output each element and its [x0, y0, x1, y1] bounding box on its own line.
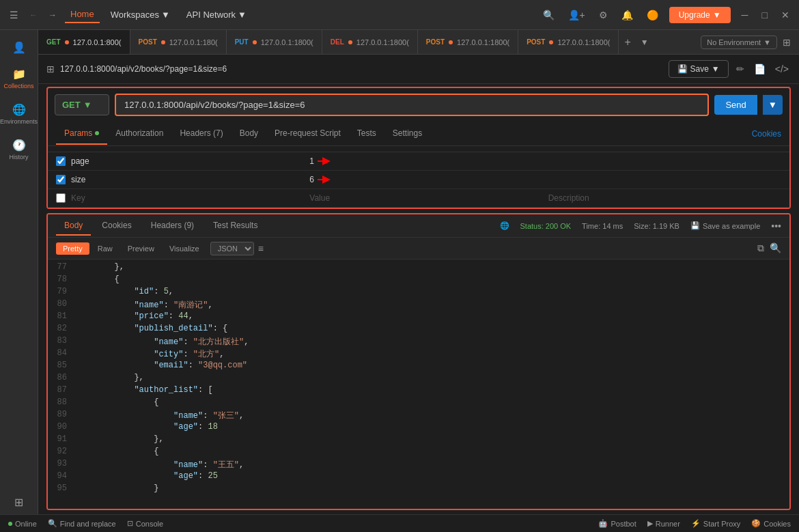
sidebar: 👤 📁 Collections 🌐 Environments 🕐 History…	[0, 30, 38, 514]
settings-icon[interactable]: ⚙	[596, 7, 611, 23]
copy-icon[interactable]: ⧉	[757, 242, 764, 254]
tab-del[interactable]: DEL 127.0.0.1:1800(	[322, 30, 418, 54]
close-icon[interactable]: ✕	[779, 7, 792, 23]
code-area[interactable]: 77 }, 78 { 79 "id": 5, 80 "name": "南	[48, 260, 789, 509]
response-time: Time: 14 ms	[582, 222, 623, 230]
request-bar: ⊞ 127.0.0.1:8000/api/v2/books/?page=1&si…	[38, 55, 799, 84]
status-badge: Status: 200 OK	[520, 222, 572, 230]
tab-more[interactable]: ▼	[636, 38, 653, 47]
sidebar-item-environments[interactable]: 🌐 Environments	[0, 98, 38, 130]
response-size: Size: 1.19 KB	[634, 222, 679, 230]
tab-post-3[interactable]: POST 127.0.0.1:1800(	[518, 30, 619, 54]
arrow-annotation-size	[317, 175, 331, 184]
code-line-79: 79 "id": 5,	[48, 287, 789, 299]
edit-icon[interactable]: ✏	[734, 61, 746, 76]
code-line-84: 84 "city": "北方",	[48, 348, 789, 361]
tab-post-1[interactable]: POST 127.0.0.1:180(	[130, 30, 227, 54]
console-btn[interactable]: ⊡ Console	[127, 519, 163, 528]
top-bar: ☰ ← → Home Workspaces ▼ API Network ▼ 🔍 …	[0, 0, 799, 30]
tab-tests[interactable]: Tests	[349, 123, 384, 145]
runner-btn[interactable]: ▶ Runner	[647, 519, 680, 528]
request-url-display: 127.0.0.1:8000/api/v2/books/?page=1&size…	[60, 64, 663, 74]
sidebar-item-more[interactable]: ⊞	[0, 490, 38, 514]
code-line-80: 80 "name": "南游记",	[48, 299, 789, 311]
format-select[interactable]: JSON XML HTML Text	[210, 242, 254, 255]
collection-icon: ⊞	[46, 64, 55, 74]
add-user-icon[interactable]: 👤+	[565, 7, 588, 23]
postbot-btn[interactable]: 🤖 Postbot	[598, 519, 636, 528]
tab-headers[interactable]: Headers (7)	[171, 123, 231, 145]
avatar-icon[interactable]: 🟠	[644, 7, 661, 23]
tab-params[interactable]: Params	[56, 123, 107, 145]
code-line-88: 88 {	[48, 397, 789, 410]
code-line-83: 83 "name": "北方出版社",	[48, 336, 789, 348]
maximize-icon[interactable]: □	[759, 7, 770, 23]
workspaces-btn[interactable]: Workspaces ▼	[105, 7, 176, 23]
code-line-89: 89 "name": "张三",	[48, 410, 789, 422]
find-replace-btn[interactable]: 🔍 Find and replace	[48, 519, 116, 528]
start-proxy-btn[interactable]: ⚡ Start Proxy	[691, 519, 740, 528]
minimize-icon[interactable]: ─	[739, 7, 751, 23]
tab-body[interactable]: Body	[232, 123, 266, 145]
response-tab-test-results[interactable]: Test Results	[205, 216, 266, 236]
sidebar-item-history[interactable]: 🕐 History	[0, 133, 38, 166]
home-title[interactable]: Home	[65, 6, 100, 23]
code-line-91: 91 },	[48, 434, 789, 447]
more-options-icon[interactable]: •••	[771, 221, 781, 232]
send-button[interactable]: Send	[714, 95, 757, 115]
env-dropdown[interactable]: No Environment ▼	[701, 36, 777, 49]
response-tab-cookies[interactable]: Cookies	[94, 216, 139, 236]
cookies-link[interactable]: Cookies	[752, 129, 781, 139]
response-tab-headers[interactable]: Headers (9)	[143, 216, 202, 236]
api-network-btn[interactable]: API Network ▼	[181, 7, 252, 23]
params-table: page 1 size 6	[48, 146, 789, 208]
search-icon[interactable]: 🔍	[540, 7, 557, 23]
url-input[interactable]	[115, 94, 709, 116]
bell-icon[interactable]: 🔔	[619, 7, 636, 23]
param-checkbox-size[interactable]	[56, 175, 66, 184]
hamburger-icon[interactable]: ☰	[7, 7, 21, 23]
param-checkbox-empty[interactable]	[56, 193, 66, 203]
send-dropdown-button[interactable]: ▼	[763, 95, 783, 115]
code-line-81: 81 "price": 44,	[48, 311, 789, 324]
code-line-94: 94 "age": 25	[48, 471, 789, 484]
bottom-bar: Online 🔍 Find and replace ⊡ Console 🤖 Po…	[0, 514, 799, 532]
tab-add[interactable]: +	[619, 36, 636, 48]
response-tab-body[interactable]: Body	[56, 216, 91, 236]
upgrade-button[interactable]: Upgrade ▼	[669, 7, 731, 23]
tab-settings[interactable]: Settings	[384, 123, 430, 145]
code-line-85: 85 "email": "3@qq.com"	[48, 361, 789, 373]
save-button[interactable]: 💾 Save ▼	[669, 60, 729, 78]
method-select[interactable]: GET ▼	[55, 94, 109, 115]
docs-icon[interactable]: 📄	[752, 61, 768, 76]
search-response-icon[interactable]: 🔍	[770, 242, 781, 254]
wrap-icon[interactable]: ≡	[258, 243, 264, 254]
tab-authorization[interactable]: Authorization	[107, 123, 171, 145]
response-area: Body Cookies Headers (9) Test Results 🌐 …	[46, 213, 791, 510]
tab-post-2[interactable]: POST 127.0.0.1:1800(	[418, 30, 518, 54]
code-icon[interactable]: </>	[773, 61, 791, 76]
code-line-86: 86 },	[48, 373, 789, 385]
save-example-btn[interactable]: 💾 Save as example	[690, 221, 760, 230]
table-row: size 6	[48, 171, 789, 189]
table-row: page 1	[48, 152, 789, 171]
tab-pre-request[interactable]: Pre-request Script	[266, 123, 349, 145]
code-line-77: 77 },	[48, 262, 789, 275]
table-row: Key Value Description	[48, 189, 789, 208]
code-line-87: 87 "author_list": [	[48, 385, 789, 397]
format-tab-raw[interactable]: Raw	[91, 242, 120, 255]
grid-icon[interactable]: ⊞	[783, 37, 791, 48]
format-tab-preview[interactable]: Preview	[121, 242, 161, 255]
cookies-bottom-btn[interactable]: 🍪 Cookies	[751, 519, 791, 528]
sidebar-item-collections[interactable]: 📁 Collections	[0, 62, 38, 95]
param-checkbox-page[interactable]	[56, 156, 66, 166]
response-tabs: Body Cookies Headers (9) Test Results 🌐 …	[48, 214, 789, 238]
tab-put[interactable]: PUT 127.0.0.1:1800(	[227, 30, 322, 54]
code-line-90: 90 "age": 18	[48, 422, 789, 434]
format-tab-pretty[interactable]: Pretty	[56, 242, 89, 255]
tab-get[interactable]: GET 127.0.0.1:800(	[38, 30, 130, 54]
nav-back[interactable]: ←	[27, 8, 40, 23]
format-tab-visualize[interactable]: Visualize	[163, 242, 206, 255]
sidebar-item-profile[interactable]: 👤	[0, 36, 38, 59]
nav-forward[interactable]: →	[46, 8, 59, 23]
